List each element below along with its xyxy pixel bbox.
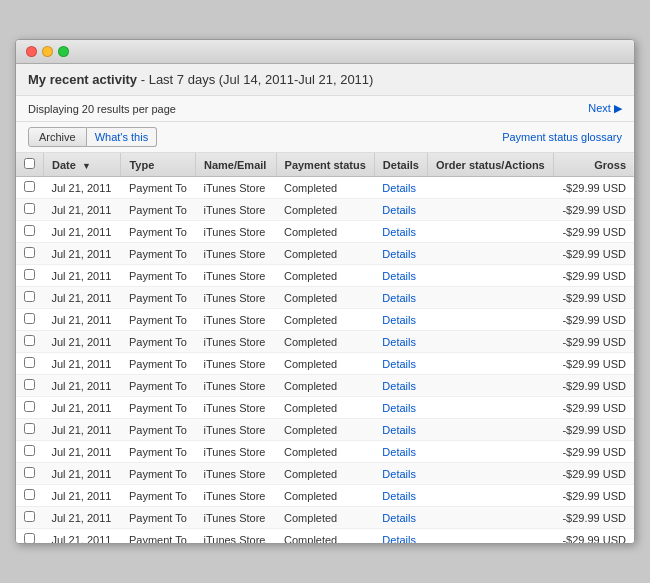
row-checkbox[interactable] (24, 401, 35, 412)
row-checkbox-cell[interactable] (16, 419, 44, 441)
row-date: Jul 21, 2011 (44, 353, 121, 375)
details-link[interactable]: Details (382, 204, 416, 216)
row-order (427, 507, 553, 529)
row-status: Completed (276, 419, 374, 441)
details-link[interactable]: Details (382, 314, 416, 326)
row-details[interactable]: Details (374, 419, 427, 441)
details-link[interactable]: Details (382, 490, 416, 502)
details-link[interactable]: Details (382, 380, 416, 392)
details-link[interactable]: Details (382, 424, 416, 436)
next-arrow-icon: ▶ (614, 102, 622, 114)
row-details[interactable]: Details (374, 507, 427, 529)
row-date: Jul 21, 2011 (44, 529, 121, 544)
row-checkbox[interactable] (24, 291, 35, 302)
row-checkbox-cell[interactable] (16, 243, 44, 265)
row-checkbox-cell[interactable] (16, 177, 44, 199)
details-link[interactable]: Details (382, 182, 416, 194)
row-details[interactable]: Details (374, 221, 427, 243)
activity-header: My recent activity - Last 7 days (Jul 14… (16, 64, 634, 96)
row-details[interactable]: Details (374, 529, 427, 544)
type-column-header: Type (121, 153, 196, 177)
row-type: Payment To (121, 309, 196, 331)
whats-this-link[interactable]: What's this (87, 127, 157, 147)
payment-glossary-link[interactable]: Payment status glossary (502, 131, 622, 143)
row-checkbox[interactable] (24, 511, 35, 522)
row-checkbox[interactable] (24, 203, 35, 214)
details-link[interactable]: Details (382, 292, 416, 304)
maximize-button[interactable] (58, 46, 69, 57)
row-details[interactable]: Details (374, 375, 427, 397)
row-checkbox[interactable] (24, 181, 35, 192)
row-details[interactable]: Details (374, 441, 427, 463)
row-checkbox-cell[interactable] (16, 309, 44, 331)
row-checkbox-cell[interactable] (16, 441, 44, 463)
row-details[interactable]: Details (374, 331, 427, 353)
row-checkbox[interactable] (24, 489, 35, 500)
details-link[interactable]: Details (382, 270, 416, 282)
row-type: Payment To (121, 397, 196, 419)
date-column-header[interactable]: Date ▼ (44, 153, 121, 177)
row-checkbox-cell[interactable] (16, 529, 44, 544)
row-details[interactable]: Details (374, 199, 427, 221)
row-checkbox-cell[interactable] (16, 265, 44, 287)
row-checkbox[interactable] (24, 335, 35, 346)
close-button[interactable] (26, 46, 37, 57)
table-row: Jul 21, 2011 Payment To iTunes Store Com… (16, 287, 634, 309)
row-status: Completed (276, 265, 374, 287)
row-checkbox[interactable] (24, 313, 35, 324)
details-link[interactable]: Details (382, 226, 416, 238)
row-gross: -$29.99 USD (553, 309, 634, 331)
row-checkbox-cell[interactable] (16, 375, 44, 397)
row-checkbox[interactable] (24, 379, 35, 390)
row-details[interactable]: Details (374, 265, 427, 287)
row-checkbox-cell[interactable] (16, 485, 44, 507)
row-order (427, 265, 553, 287)
row-checkbox-cell[interactable] (16, 287, 44, 309)
row-checkbox-cell[interactable] (16, 353, 44, 375)
details-link[interactable]: Details (382, 534, 416, 544)
minimize-button[interactable] (42, 46, 53, 57)
select-all-checkbox[interactable] (24, 158, 35, 169)
row-date: Jul 21, 2011 (44, 309, 121, 331)
next-link[interactable]: Next ▶ (588, 102, 622, 115)
row-checkbox-cell[interactable] (16, 331, 44, 353)
table-header-row: Date ▼ Type Name/Email Payment status De… (16, 153, 634, 177)
details-link[interactable]: Details (382, 248, 416, 260)
row-details[interactable]: Details (374, 309, 427, 331)
row-status: Completed (276, 485, 374, 507)
row-checkbox[interactable] (24, 357, 35, 368)
details-link[interactable]: Details (382, 402, 416, 414)
row-checkbox[interactable] (24, 269, 35, 280)
row-details[interactable]: Details (374, 463, 427, 485)
row-details[interactable]: Details (374, 287, 427, 309)
archive-button[interactable]: Archive (28, 127, 87, 147)
row-name: iTunes Store (196, 199, 277, 221)
row-checkbox[interactable] (24, 533, 35, 543)
row-checkbox-cell[interactable] (16, 199, 44, 221)
row-checkbox-cell[interactable] (16, 397, 44, 419)
details-link[interactable]: Details (382, 336, 416, 348)
row-checkbox[interactable] (24, 467, 35, 478)
row-checkbox-cell[interactable] (16, 507, 44, 529)
row-date: Jul 21, 2011 (44, 287, 121, 309)
row-gross: -$29.99 USD (553, 441, 634, 463)
row-details[interactable]: Details (374, 177, 427, 199)
row-details[interactable]: Details (374, 485, 427, 507)
row-type: Payment To (121, 529, 196, 544)
details-link[interactable]: Details (382, 446, 416, 458)
row-details[interactable]: Details (374, 353, 427, 375)
row-checkbox[interactable] (24, 247, 35, 258)
row-checkbox[interactable] (24, 423, 35, 434)
row-checkbox[interactable] (24, 225, 35, 236)
details-link[interactable]: Details (382, 512, 416, 524)
row-name: iTunes Store (196, 287, 277, 309)
row-status: Completed (276, 287, 374, 309)
details-link[interactable]: Details (382, 358, 416, 370)
row-checkbox-cell[interactable] (16, 463, 44, 485)
details-link[interactable]: Details (382, 468, 416, 480)
row-details[interactable]: Details (374, 243, 427, 265)
row-checkbox-cell[interactable] (16, 221, 44, 243)
select-all-header[interactable] (16, 153, 44, 177)
row-details[interactable]: Details (374, 397, 427, 419)
row-checkbox[interactable] (24, 445, 35, 456)
